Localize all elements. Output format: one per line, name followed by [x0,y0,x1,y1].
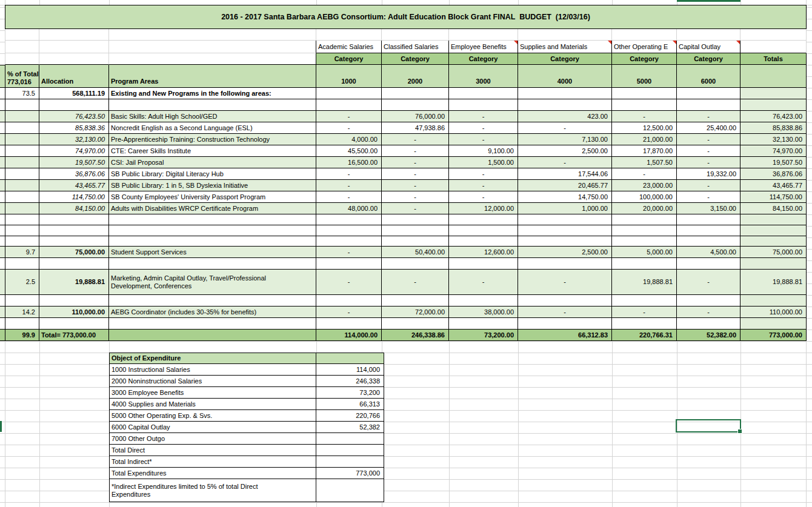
cell-program[interactable]: Existing and New Programs in the followi… [109,88,316,99]
cell-program[interactable] [109,225,316,236]
cell-pct[interactable] [5,295,39,307]
cell-amount[interactable]: 2,500.00 [518,247,612,258]
cell-empty[interactable] [109,41,316,53]
cell-amount[interactable] [677,88,740,99]
cell-amount[interactable]: - [677,145,740,157]
cell-amount[interactable]: 45,500.00 [316,145,382,157]
cell-amount[interactable]: - [449,168,518,180]
cell-empty[interactable] [109,53,316,65]
cell-amount[interactable] [449,258,518,270]
cell-program[interactable] [109,295,316,307]
cell-amount[interactable]: 100,000.00 [612,191,677,203]
cell-program[interactable]: Marketing, Admin Capital Outlay, Travel/… [109,270,316,295]
cell-amount[interactable]: - [518,122,612,134]
expenditure-label[interactable]: Total Direct [109,445,316,456]
cell-pct[interactable]: 73.5 [5,88,39,99]
column-header-label[interactable]: Classified Salaries [382,41,449,53]
cell-amount[interactable]: - [382,191,449,203]
cell-amount[interactable] [316,88,382,99]
cell-amount[interactable]: - [449,111,518,122]
expenditure-label[interactable]: 1000 Instructional Salaries [109,364,316,376]
column-header-label[interactable]: Other Operating E [612,41,677,53]
cell-total[interactable]: 32,130.00 [740,134,807,145]
cell-amount[interactable] [382,225,449,236]
cell-amount[interactable] [449,225,518,236]
cell-amount[interactable]: - [677,157,740,168]
cell-program[interactable]: SB Public Library: Digital Literacy Hub [109,168,316,180]
cell-empty[interactable] [740,29,807,41]
cell-program[interactable] [109,214,316,225]
cell-amount[interactable]: - [677,180,740,191]
cell-amount[interactable] [518,258,612,270]
cell-amount[interactable]: - [316,247,382,258]
cell-amount[interactable]: 25,400.00 [677,122,740,134]
cell-program[interactable] [109,258,316,270]
cell-amount[interactable] [382,236,449,247]
column-header-label[interactable]: Employee Benefits [449,41,518,53]
cell-amount[interactable] [677,236,740,247]
cell-amount[interactable]: 14,750.00 [518,191,612,203]
grand-total-amount[interactable]: 220,766.31 [612,330,677,341]
expenditure-value[interactable] [316,433,384,445]
expenditure-label[interactable]: 4000 Supplies and Materials [109,399,316,410]
cell-empty[interactable] [39,29,109,41]
cell-amount[interactable] [316,295,382,307]
cell-amount[interactable]: - [382,157,449,168]
cell-amount[interactable] [612,214,677,225]
cell-amount[interactable]: - [449,122,518,134]
totals-header[interactable]: Totals [740,53,807,65]
category-header[interactable]: Category [518,53,612,65]
cell-amount[interactable]: 19,888.81 [612,270,677,295]
cell-amount[interactable] [677,225,740,236]
expenditure-label[interactable]: Total Indirect* [109,456,316,468]
cell-amount[interactable] [316,225,382,236]
cell-amount[interactable]: - [449,191,518,203]
cell-allocation[interactable]: 76,423.50 [39,111,109,122]
cell-total[interactable] [740,214,807,225]
cell-empty[interactable] [109,330,316,341]
fill-handle[interactable] [737,429,742,434]
cell-amount[interactable] [612,88,677,99]
cell-amount[interactable]: 2,500.00 [518,145,612,157]
category-code-header[interactable]: 3000 [449,65,518,88]
expenditure-value[interactable]: 114,000 [316,364,384,376]
cell-pct[interactable] [5,122,39,134]
cell-allocation[interactable]: 74,970.00 [39,145,109,157]
expenditure-value[interactable]: 773,000 [316,468,384,479]
cell-pct[interactable] [5,157,39,168]
cell-pct[interactable] [5,225,39,236]
cell-amount[interactable]: - [518,270,612,295]
cell-amount[interactable]: - [677,270,740,295]
cell-empty[interactable] [449,29,518,41]
cell-amount[interactable] [677,99,740,111]
cell-empty[interactable] [109,29,316,41]
cell-program[interactable]: Noncredit English as a Second Language (… [109,122,316,134]
column-header-label[interactable]: Capital Outlay [677,41,740,53]
cell-amount[interactable]: 3,150.00 [677,203,740,214]
cell-amount[interactable]: 16,500.00 [316,157,382,168]
cell-amount[interactable] [449,295,518,307]
cell-allocation[interactable] [39,225,109,236]
cell-amount[interactable]: - [382,134,449,145]
cell-program[interactable]: Student Support Services [109,247,316,258]
cell-amount[interactable]: 5,000.00 [612,247,677,258]
cell-allocation[interactable] [39,258,109,270]
cell-amount[interactable]: - [382,180,449,191]
category-code-header[interactable]: 1000 [316,65,382,88]
category-code-header[interactable]: 6000 [677,65,740,88]
cell-amount[interactable]: 76,000.00 [382,111,449,122]
cell-empty[interactable] [5,29,39,41]
cell-amount[interactable] [316,318,382,330]
cell-amount[interactable] [518,236,612,247]
cell-amount[interactable] [518,225,612,236]
cell-amount[interactable] [382,214,449,225]
category-header[interactable]: Category [612,53,677,65]
cell-pct[interactable] [5,111,39,122]
program-areas-header[interactable]: Program Areas [109,65,316,88]
expenditure-header[interactable]: Object of Expenditure [109,353,316,364]
cell-amount[interactable] [316,258,382,270]
grand-total-sum[interactable]: 773,000.00 [740,330,807,341]
grand-total-amount[interactable]: 73,200.00 [449,330,518,341]
cell-empty[interactable] [39,41,109,53]
cell-amount[interactable]: 423.00 [518,111,612,122]
